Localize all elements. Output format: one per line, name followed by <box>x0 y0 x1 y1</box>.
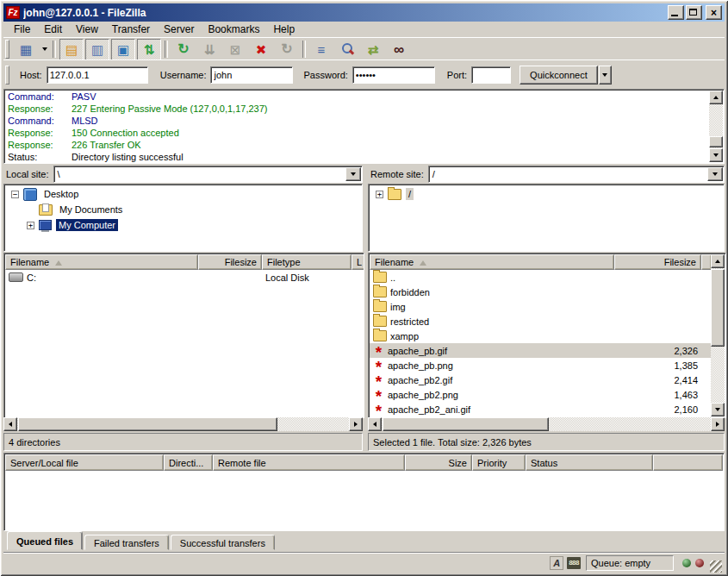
column-header-l[interactable]: L <box>352 254 364 270</box>
scroll-up-button[interactable] <box>711 254 725 268</box>
remote-site-combobox[interactable]: / <box>428 166 725 183</box>
remote-horizontal-scrollbar[interactable] <box>368 417 725 431</box>
file-row-restricted[interactable]: restricted <box>370 314 711 329</box>
tree-item-my-computer[interactable]: My Computer <box>4 217 362 233</box>
quickconnect-dropdown-button[interactable] <box>599 66 612 85</box>
local-site-bar: Local site: \ <box>3 165 363 183</box>
quickconnect-button[interactable]: Quickconnect <box>520 66 598 85</box>
menu-transfer[interactable]: Transfer <box>105 22 157 37</box>
username-input[interactable] <box>210 66 293 84</box>
log-vertical-scrollbar[interactable] <box>709 91 723 162</box>
speed-limit-indicator-icon[interactable]: 888 <box>567 557 581 569</box>
file-row-apache-pb2-png[interactable]: apache_pb2.png1,463 <box>370 387 711 402</box>
image-icon <box>373 389 384 400</box>
process-queue-button[interactable] <box>197 39 221 60</box>
column-header-filename[interactable]: Filename <box>5 254 198 270</box>
site-manager-dropdown-button[interactable] <box>39 40 50 59</box>
file-row-apache-pb-png[interactable]: apache_pb.png1,385 <box>370 358 711 373</box>
tab-successful-transfers[interactable]: Successful transfers <box>171 535 275 550</box>
file-row-c[interactable]: C:Local Disk <box>5 270 363 285</box>
column-header-directi[interactable]: Directi... <box>164 454 213 471</box>
menu-view[interactable]: View <box>69 22 105 37</box>
file-row-apache-pb2-gif[interactable]: apache_pb2.gif2,414 <box>370 373 711 387</box>
remote-vertical-scrollbar[interactable] <box>711 254 725 416</box>
column-header-label: Filetype <box>267 257 301 267</box>
column-header-server-local-file[interactable]: Server/Local file <box>5 454 164 471</box>
process-queue-icon <box>204 43 215 56</box>
refresh-button[interactable] <box>171 39 196 60</box>
minimize-button[interactable] <box>668 5 684 20</box>
scroll-thumb[interactable] <box>383 417 549 431</box>
resize-grip[interactable] <box>710 560 722 573</box>
tree-expander-plus-icon[interactable] <box>27 222 34 229</box>
scroll-thumb[interactable] <box>709 136 723 147</box>
toolbar-grip[interactable] <box>5 40 9 59</box>
tab-queued-files[interactable]: Queued files <box>7 531 83 550</box>
column-header-priority[interactable]: Priority <box>472 454 526 471</box>
directory-comparison-button[interactable] <box>335 39 359 60</box>
quickconnect-grip[interactable] <box>5 66 9 85</box>
scroll-right-button[interactable] <box>349 417 363 431</box>
scroll-thumb[interactable] <box>18 417 277 431</box>
menu-file[interactable]: File <box>7 22 37 37</box>
column-header-filename[interactable]: Filename <box>370 254 614 270</box>
column-header-size[interactable]: Size <box>405 454 472 471</box>
remote-site-dropdown-button[interactable] <box>707 167 723 181</box>
find-files-button[interactable] <box>387 39 411 60</box>
scroll-down-button[interactable] <box>709 148 723 162</box>
synchronized-browsing-button[interactable] <box>361 39 385 60</box>
toggle-remote-tree-button[interactable] <box>111 39 135 60</box>
local-site-combobox[interactable]: \ <box>53 166 363 183</box>
local-site-dropdown-button[interactable] <box>345 167 361 181</box>
transfer-type-indicator-icon[interactable]: A <box>550 556 563 570</box>
scroll-thumb[interactable] <box>711 269 725 347</box>
tree-item-item[interactable]: / <box>369 186 724 202</box>
file-row-item[interactable]: .. <box>370 270 711 285</box>
menu-bookmarks[interactable]: Bookmarks <box>201 22 266 37</box>
local-horizontal-scrollbar[interactable] <box>3 417 363 431</box>
disconnect-button[interactable] <box>249 39 273 60</box>
arrow-left-icon <box>6 422 12 427</box>
column-header-filesize[interactable]: Filesize <box>198 254 262 270</box>
filename-cell: C: <box>5 270 198 285</box>
site-manager-button[interactable] <box>14 39 38 60</box>
filter-button[interactable] <box>309 39 333 60</box>
column-header-remote-file[interactable]: Remote file <box>213 454 405 471</box>
scroll-left-button[interactable] <box>3 417 17 431</box>
column-header-filetype[interactable]: Filetype <box>262 254 352 270</box>
column-header-filesize[interactable]: Filesize <box>614 254 701 270</box>
host-input[interactable] <box>47 66 148 84</box>
scroll-down-button[interactable] <box>711 403 725 416</box>
column-header-status[interactable]: Status <box>526 454 653 471</box>
toggle-local-tree-button[interactable] <box>85 39 109 60</box>
tree-item-my-documents[interactable]: My Documents <box>4 202 362 217</box>
toggle-transfer-queue-button[interactable] <box>137 39 161 60</box>
maximize-button[interactable] <box>686 5 702 20</box>
file-row-forbidden[interactable]: forbidden <box>370 285 711 299</box>
scroll-right-button[interactable] <box>711 417 725 431</box>
filesize-text: 2,326 <box>674 346 698 356</box>
password-input[interactable] <box>352 66 435 84</box>
file-row-xampp[interactable]: xampp <box>370 329 711 343</box>
remote-status-bar: Selected 1 file. Total size: 2,326 bytes <box>368 433 725 451</box>
toggle-message-log-button[interactable] <box>59 39 84 60</box>
close-button[interactable]: × <box>706 5 722 20</box>
tree-item-desktop[interactable]: Desktop <box>4 186 362 202</box>
menu-server[interactable]: Server <box>157 22 201 37</box>
file-row-apache-pb-gif[interactable]: apache_pb.gif2,326 <box>370 343 711 358</box>
log-line-text: Directory listing successful <box>72 151 184 163</box>
log-line-response: Response:226 Transfer OK <box>6 139 708 151</box>
scroll-left-button[interactable] <box>368 417 382 431</box>
file-row-img[interactable]: img <box>370 299 711 314</box>
tab-failed-transfers[interactable]: Failed transfers <box>84 535 169 550</box>
menu-help[interactable]: Help <box>266 22 302 37</box>
menu-edit[interactable]: Edit <box>37 22 69 37</box>
cancel-button[interactable] <box>223 39 247 60</box>
tree-label: Desktop <box>41 188 81 200</box>
tree-expander-minus-icon[interactable] <box>11 191 19 198</box>
file-row-apache-pb2-ani-gif[interactable]: apache_pb2_ani.gif2,160 <box>370 402 711 416</box>
tree-expander-plus-icon[interactable] <box>376 191 383 198</box>
scroll-up-button[interactable] <box>709 91 723 104</box>
port-input[interactable] <box>471 66 511 84</box>
reconnect-button[interactable] <box>275 39 299 60</box>
